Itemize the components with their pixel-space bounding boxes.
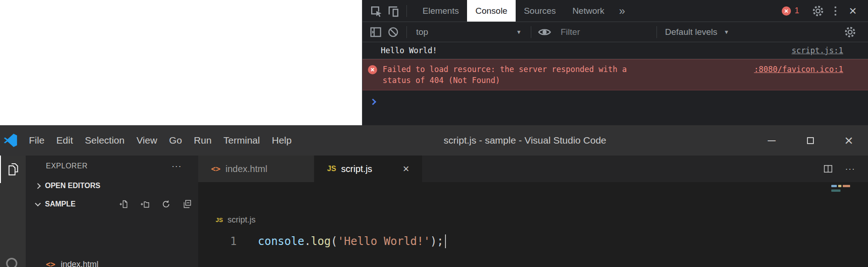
folder-actions [119, 200, 192, 209]
console-toolbar: top ▼ Default levels ▼ [362, 22, 868, 42]
maximize-icon [807, 137, 814, 144]
code-line[interactable]: 1 console.log('Hello World!'); [198, 232, 868, 251]
minimap-line [831, 189, 855, 192]
chevron-down-icon: ▼ [724, 29, 729, 35]
error-circle-icon: × [782, 6, 791, 16]
explorer-actions-ellipsis-icon[interactable]: ··· [172, 161, 182, 171]
devtools-tabs: Elements Console Sources Network » [414, 0, 632, 22]
token-string: 'Hello World!' [337, 235, 430, 248]
log-levels-label: Default levels [665, 27, 718, 37]
devtools-close-icon[interactable]: × [844, 2, 862, 20]
vscode-logo-icon [4, 134, 17, 147]
kebab-menu-icon[interactable] [827, 2, 844, 20]
token-method: log [311, 235, 331, 248]
menu-terminal[interactable]: Terminal [217, 135, 266, 146]
activity-bar [0, 156, 26, 267]
explorer-activity-button[interactable] [0, 156, 26, 183]
token-object: console [258, 235, 304, 248]
vscode-body: EXPLORER ··· OPEN EDITORS SAMPLE <> in [0, 156, 868, 267]
window-controls: ─ × [752, 125, 868, 156]
files-icon [6, 162, 20, 177]
menu-edit[interactable]: Edit [50, 135, 79, 146]
more-tabs-icon[interactable]: » [612, 0, 631, 22]
close-button[interactable]: × [829, 125, 868, 156]
console-error-row: × Failed to load resource: the server re… [362, 59, 868, 90]
chevron-down-icon [35, 200, 41, 206]
code-text: console.log('Hello World!'); [258, 234, 446, 248]
breadcrumb[interactable]: JS script.js [198, 211, 868, 228]
javascript-context-selector[interactable]: top ▼ [412, 27, 526, 37]
console-prompt[interactable] [362, 90, 868, 106]
menu-go[interactable]: Go [163, 135, 188, 146]
error-text: Failed to load resource: the server resp… [383, 64, 627, 86]
separator [657, 26, 657, 38]
window-title: script.js - sample - Visual Studio Code [298, 135, 752, 146]
console-settings-icon[interactable] [841, 23, 859, 41]
editor-actions: ··· [823, 156, 868, 182]
error-source-link[interactable]: :8080/favicon.ico:1 [754, 64, 843, 75]
device-toolbar-icon[interactable] [384, 2, 402, 20]
error-count-badge[interactable]: × 1 [782, 6, 799, 16]
new-folder-icon[interactable] [140, 200, 150, 209]
collapse-all-icon[interactable] [183, 200, 192, 209]
menu-help[interactable]: Help [266, 135, 297, 146]
explorer-header: EXPLORER ··· [26, 156, 198, 177]
js-file-icon: JS [216, 217, 223, 223]
token-paren-open: ( [331, 235, 337, 248]
clear-console-icon[interactable] [384, 23, 402, 41]
console-sidebar-icon[interactable] [367, 23, 384, 41]
tab-elements[interactable]: Elements [414, 0, 467, 22]
token-paren-close: ); [430, 235, 444, 248]
tab-console[interactable]: Console [467, 0, 516, 22]
tab-script-js[interactable]: JS script.js × [314, 156, 422, 182]
refresh-icon[interactable] [161, 200, 171, 209]
text-cursor [445, 234, 446, 248]
error-line-1: Failed to load resource: the server resp… [383, 65, 627, 74]
menu-view[interactable]: View [130, 135, 163, 146]
editor-tabbar: <> index.html JS script.js × ··· [198, 156, 868, 182]
tab-index-html[interactable]: <> index.html [198, 156, 314, 182]
filter-input[interactable] [561, 27, 645, 37]
devtools-panel: Elements Console Sources Network » × 1 × [362, 0, 868, 125]
html-file-icon: <> [211, 164, 220, 173]
close-icon: × [845, 133, 853, 148]
menu-selection[interactable]: Selection [79, 135, 130, 146]
separator [406, 5, 407, 17]
vscode-titlebar: File Edit Selection View Go Run Terminal… [0, 125, 868, 156]
top-row: Elements Console Sources Network » × 1 × [0, 0, 868, 125]
tab-network[interactable]: Network [564, 0, 613, 22]
menu-file[interactable]: File [23, 135, 50, 146]
error-line-2: status of 404 (Not Found) [383, 76, 500, 85]
context-label: top [416, 27, 428, 37]
menu-run[interactable]: Run [188, 135, 218, 146]
open-editors-section[interactable]: OPEN EDITORS [26, 177, 198, 195]
devtools-main-toolbar: Elements Console Sources Network » × 1 × [362, 0, 868, 22]
minimap-line [831, 185, 855, 187]
live-expression-eye-icon[interactable] [536, 23, 553, 41]
log-source-link[interactable]: script.js:1 [791, 46, 843, 55]
separator [531, 26, 531, 38]
split-editor-icon[interactable] [823, 164, 833, 174]
new-file-icon[interactable] [119, 200, 128, 209]
tab-close-icon[interactable]: × [403, 163, 409, 174]
file-item-index-html[interactable]: <> index.html [26, 254, 198, 267]
editor-more-actions-ellipsis-icon[interactable]: ··· [845, 164, 855, 174]
line-number: 1 [198, 235, 237, 248]
separator [406, 26, 407, 38]
devtools-settings-icon[interactable] [809, 2, 827, 20]
prompt-chevron-icon [370, 99, 376, 105]
editor-area: <> index.html JS script.js × ··· JS scri… [198, 156, 868, 267]
vscode-window: File Edit Selection View Go Run Terminal… [0, 125, 868, 267]
minimap[interactable] [831, 185, 855, 194]
maximize-button[interactable] [791, 125, 829, 156]
file-item-label: index.html [61, 260, 98, 267]
log-levels-dropdown[interactable]: Default levels ▼ [662, 27, 758, 37]
minimize-icon: ─ [768, 134, 775, 147]
search-activity-button[interactable] [4, 256, 22, 267]
tab-sources[interactable]: Sources [516, 0, 564, 22]
token-dot: . [304, 235, 311, 248]
minimize-button[interactable]: ─ [752, 125, 791, 156]
search-icon [4, 256, 22, 267]
folder-section-sample[interactable]: SAMPLE [26, 195, 198, 213]
inspect-element-icon[interactable] [367, 2, 384, 20]
